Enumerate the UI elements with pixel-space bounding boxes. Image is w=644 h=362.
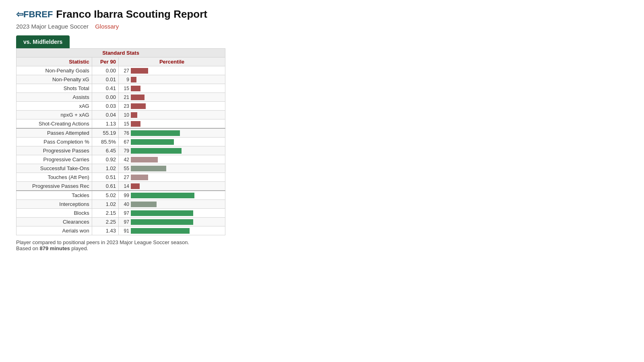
stat-per90: 0.92: [92, 155, 118, 164]
table-row: Non-Penalty xG0.019: [17, 75, 225, 84]
stat-per90: 0.03: [92, 102, 118, 111]
scouting-table: Standard StatsStatisticPer 90PercentileN…: [16, 48, 225, 235]
table-row: Blocks2.1597: [17, 209, 225, 218]
stat-name: Progressive Carries: [17, 155, 92, 164]
tab-vs-midfielders[interactable]: vs. Midfielders: [16, 35, 70, 48]
stat-per90: 55.19: [92, 128, 118, 138]
stat-percentile: 76: [118, 128, 225, 138]
percentile-value: 91: [121, 228, 129, 234]
stat-name: Assists: [17, 93, 92, 102]
stat-name: Shot-Creating Actions: [17, 119, 92, 129]
percentile-bar: [131, 77, 136, 82]
page-title: Franco Ibarra Scouting Report: [56, 8, 207, 21]
percentile-value: 99: [121, 193, 129, 198]
stat-percentile: 27: [118, 66, 225, 75]
stat-per90: 0.41: [92, 84, 118, 93]
stat-percentile: 14: [118, 182, 225, 191]
stat-name: Tackles: [17, 191, 92, 200]
stat-name: Progressive Passes: [17, 146, 92, 155]
stat-per90: 2.15: [92, 209, 118, 218]
stat-per90: 2.25: [92, 218, 118, 226]
table-row: Interceptions1.0240: [17, 200, 225, 209]
stat-name: Pass Completion %: [17, 138, 92, 146]
stat-percentile: 91: [118, 226, 225, 235]
percentile-bar: [131, 68, 148, 74]
stat-percentile: 42: [118, 155, 225, 164]
stat-per90: 85.5%: [92, 138, 118, 146]
site-logo: ⇦FBREF: [16, 9, 53, 20]
table-row: Shot-Creating Actions1.1315: [17, 119, 225, 129]
tab-row: vs. Midfielders: [16, 35, 628, 48]
percentile-value: 76: [121, 130, 129, 136]
percentile-value: 15: [121, 86, 129, 91]
stat-name: Non-Penalty Goals: [17, 66, 92, 75]
percentile-value: 14: [121, 183, 129, 189]
table-row: xAG0.0323: [17, 102, 225, 111]
stat-name: xAG: [17, 102, 92, 111]
percentile-bar: [131, 86, 140, 91]
stat-percentile: 15: [118, 84, 225, 93]
table-row: Successful Take-Ons1.0255: [17, 164, 225, 173]
percentile-value: 10: [121, 112, 129, 118]
footer-line2: Based on 879 minutes played.: [16, 245, 258, 251]
stat-per90: 5.02: [92, 191, 118, 200]
percentile-bar: [131, 148, 182, 154]
percentile-value: 55: [121, 166, 129, 171]
percentile-value: 42: [121, 157, 129, 162]
percentile-bar: [131, 175, 148, 180]
percentile-bar: [131, 210, 193, 216]
percentile-bar: [131, 139, 174, 145]
percentile-bar: [131, 121, 140, 127]
percentile-value: 15: [121, 121, 129, 127]
table-row: Progressive Passes Rec0.6114: [17, 182, 225, 191]
stat-name: Passes Attempted: [17, 128, 92, 138]
stat-name: npxG + xAG: [17, 111, 92, 119]
percentile-bar: [131, 157, 158, 162]
stat-name: Touches (Att Pen): [17, 173, 92, 182]
percentile-value: 23: [121, 103, 129, 109]
percentile-value: 21: [121, 95, 129, 100]
table-row: Touches (Att Pen)0.5127: [17, 173, 225, 182]
subtitle-season: 2023 Major League Soccer: [16, 23, 89, 30]
stat-name: Aerials won: [17, 226, 92, 235]
table-row: npxG + xAG0.0410: [17, 111, 225, 119]
glossary-link[interactable]: Glossary: [95, 23, 119, 30]
stat-percentile: 99: [118, 191, 225, 200]
percentile-value: 97: [121, 219, 129, 225]
subtitle-row: 2023 Major League Soccer Glossary: [16, 23, 628, 30]
percentile-value: 79: [121, 148, 129, 154]
table-row: Pass Completion %85.5%67: [17, 138, 225, 146]
table-row: Progressive Passes6.4579: [17, 146, 225, 155]
stat-percentile: 10: [118, 111, 225, 119]
stat-per90: 0.04: [92, 111, 118, 119]
table-row: Clearances2.2597: [17, 218, 225, 226]
percentile-bar: [131, 130, 180, 136]
percentile-bar: [131, 183, 140, 189]
stat-per90: 1.13: [92, 119, 118, 129]
col-header-row: StatisticPer 90Percentile: [17, 58, 225, 66]
table-row: Passes Attempted55.1976: [17, 128, 225, 138]
stat-per90: 6.45: [92, 146, 118, 155]
stat-name: Clearances: [17, 218, 92, 226]
percentile-value: 27: [121, 68, 129, 74]
table-row: Tackles5.0299: [17, 191, 225, 200]
stat-percentile: 97: [118, 218, 225, 226]
percentile-bar: [131, 228, 190, 234]
percentile-value: 27: [121, 175, 129, 180]
page-header: ⇦FBREF Franco Ibarra Scouting Report: [16, 8, 628, 21]
stat-percentile: 40: [118, 200, 225, 209]
table-row: Progressive Carries0.9242: [17, 155, 225, 164]
stat-name: Interceptions: [17, 200, 92, 209]
percentile-bar: [131, 112, 137, 118]
percentile-bar: [131, 166, 166, 171]
percentile-value: 9: [121, 77, 129, 82]
table-row: Aerials won1.4391: [17, 226, 225, 235]
percentile-bar: [131, 202, 157, 207]
stat-percentile: 23: [118, 102, 225, 111]
stat-per90: 1.02: [92, 164, 118, 173]
percentile-bar: [131, 193, 194, 198]
stat-percentile: 9: [118, 75, 225, 84]
percentile-bar: [131, 95, 144, 100]
table-row: Shots Total0.4115: [17, 84, 225, 93]
percentile-value: 67: [121, 139, 129, 145]
